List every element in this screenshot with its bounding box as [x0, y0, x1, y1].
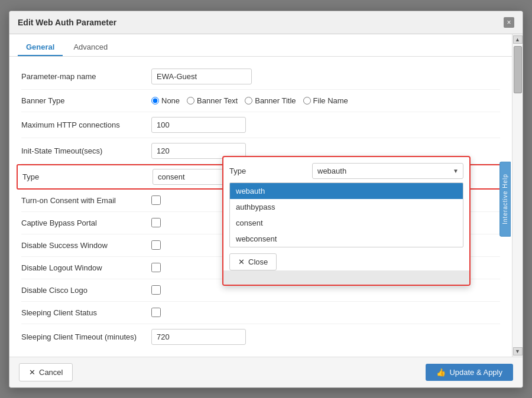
banner-none-option[interactable]: None — [151, 96, 180, 105]
popup-close-label: Close — [248, 257, 268, 266]
popup-type-select[interactable]: webauth authbypass consent webconsent — [312, 163, 463, 179]
help-tab-container: Interactive Help — [499, 161, 511, 236]
popup-select-wrapper: webauth authbypass consent webconsent — [312, 163, 463, 179]
scrollbar: ▲ ▼ — [512, 34, 523, 357]
captive-bypass-checkbox[interactable] — [151, 218, 161, 227]
banner-type-label: Banner Type — [21, 96, 151, 105]
popup-footer: ✕ Close — [229, 253, 463, 270]
close-x-icon: ✕ — [238, 257, 245, 266]
disable-cisco-label: Disable Cisco Logo — [21, 286, 151, 295]
modal-title: Edit Web Auth Parameter — [18, 18, 116, 27]
type-dropdown-popup: Type webauth authbypass consent webconse… — [222, 156, 471, 286]
banner-type-row: Banner Type None Banner Text Banner Titl… — [21, 90, 500, 112]
banner-title-option[interactable]: Banner Title — [245, 96, 296, 105]
popup-options-list: webauth authbypass consent webconsent — [229, 182, 463, 247]
banner-title-label: Banner Title — [255, 96, 296, 105]
cancel-button[interactable]: ✕ Cancel — [19, 363, 73, 381]
turn-on-consent-checkbox[interactable] — [151, 195, 161, 205]
scroll-down-arrow[interactable]: ▼ — [513, 347, 523, 355]
sleeping-timeout-input[interactable] — [151, 329, 246, 345]
modal-overlay: Edit Web Auth Parameter × General Advanc… — [0, 0, 532, 398]
modal-header: Edit Web Auth Parameter × — [9, 11, 523, 34]
banner-text-label: Banner Text — [197, 96, 238, 105]
sleeping-client-row: Sleeping Client Status — [21, 302, 500, 324]
turn-on-consent-label: Turn-on Consent with Email — [21, 196, 151, 205]
option-webconsent[interactable]: webconsent — [230, 231, 463, 247]
tab-advanced[interactable]: Advanced — [65, 39, 116, 56]
popup-footer-bar — [223, 270, 469, 285]
parameter-map-name-input[interactable] — [151, 68, 252, 84]
update-apply-button[interactable]: 👍 Update & Apply — [426, 364, 513, 381]
option-consent[interactable]: consent — [230, 215, 463, 231]
modal-close-button[interactable]: × — [504, 17, 514, 28]
sleeping-client-label: Sleeping Client Status — [21, 308, 151, 317]
max-http-label: Maximum HTTP connections — [21, 120, 151, 129]
banner-none-label: None — [161, 96, 180, 105]
parameter-map-name-row: Parameter-map name — [21, 64, 500, 90]
update-icon: 👍 — [436, 368, 446, 377]
banner-filename-label: File Name — [313, 96, 348, 105]
banner-radio-group: None Banner Text Banner Title File Name — [151, 96, 348, 105]
sleeping-client-checkbox[interactable] — [151, 308, 161, 317]
max-http-row: Maximum HTTP connections — [21, 112, 500, 138]
cancel-label: Cancel — [39, 368, 63, 377]
popup-close-button[interactable]: ✕ Close — [229, 253, 277, 270]
scroll-thumb[interactable] — [514, 46, 522, 93]
parameter-map-name-label: Parameter-map name — [21, 72, 151, 81]
modal-footer: ✕ Cancel 👍 Update & Apply — [9, 357, 523, 387]
sleeping-timeout-row: Sleeping Client Timeout (minutes) — [21, 324, 500, 350]
interactive-help-tab[interactable]: Interactive Help — [499, 161, 511, 236]
disable-logout-label: Disable Logout Window — [21, 263, 151, 272]
disable-success-checkbox[interactable] — [151, 240, 161, 250]
sleeping-timeout-label: Sleeping Client Timeout (minutes) — [21, 332, 151, 341]
captive-bypass-label: Captive Bypass Portal — [21, 218, 151, 227]
disable-success-label: Disable Success Window — [21, 241, 151, 250]
banner-filename-option[interactable]: File Name — [303, 96, 348, 105]
tab-general[interactable]: General — [18, 39, 63, 56]
option-authbypass[interactable]: authbypass — [230, 199, 463, 215]
max-http-input[interactable] — [151, 117, 246, 133]
option-webauth[interactable]: webauth — [230, 183, 463, 199]
popup-type-label: Type — [229, 167, 277, 175]
tabs-bar: General Advanced — [9, 34, 512, 57]
disable-cisco-checkbox[interactable] — [151, 285, 161, 295]
scroll-up-arrow[interactable]: ▲ — [513, 35, 523, 44]
type-label: Type — [22, 172, 153, 181]
popup-header: Type webauth authbypass consent webconse… — [229, 163, 463, 179]
banner-text-option[interactable]: Banner Text — [187, 96, 238, 105]
disable-logout-checkbox[interactable] — [151, 263, 161, 272]
update-label: Update & Apply — [449, 368, 502, 377]
init-state-label: Init-State Timeout(secs) — [21, 146, 151, 155]
cancel-x-icon: ✕ — [29, 368, 35, 377]
modal: Edit Web Auth Parameter × General Advanc… — [9, 11, 523, 388]
